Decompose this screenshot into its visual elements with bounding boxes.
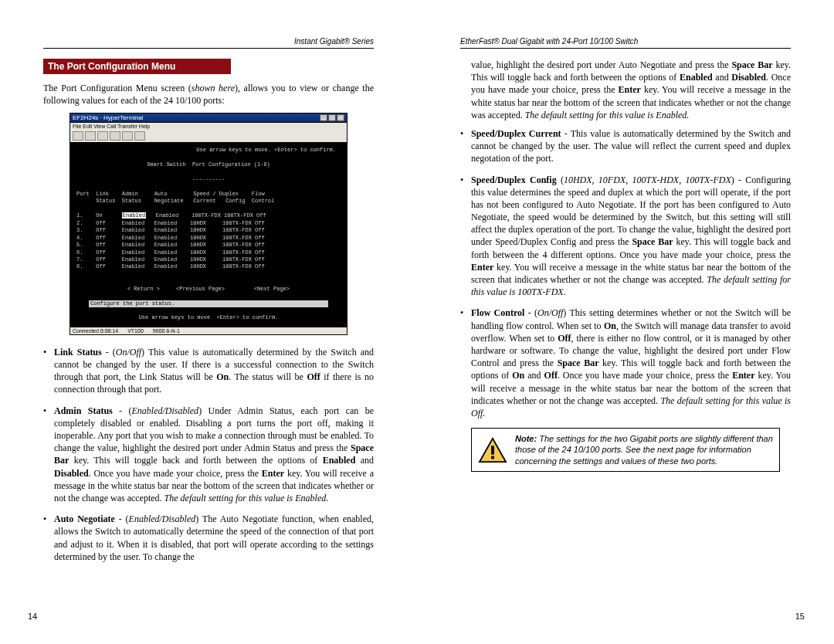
terminal-screen-title: Smart Switch Port Configuration (1-8) bbox=[76, 161, 341, 168]
left-page: Instant Gigabit® Series bbox=[0, 0, 417, 57]
bullet-opts: 10HDX, 10FDX, 100TX-HDX, 100TX-FDX bbox=[564, 175, 731, 185]
page-number-right: 15 bbox=[795, 612, 805, 621]
bullet-label: Admin Status bbox=[54, 405, 113, 416]
terminal-statusbar: Connected 0:08:14 VT100 9600 8-N-1 bbox=[70, 327, 348, 335]
page-number-left: 14 bbox=[28, 612, 37, 621]
terminal-hint-bottom: Use arrow keys to move <Enter> to confir… bbox=[76, 314, 341, 321]
terminal-hint-top: Use arrow keys to move. <Enter> to confi… bbox=[76, 147, 341, 154]
terminal-toolbar bbox=[70, 130, 348, 142]
bullet-label: Auto Negotiate bbox=[54, 514, 115, 524]
terminal-screenshot: EF2H24s · HyperTerminal _ □ × File Edit … bbox=[70, 113, 348, 335]
bullet-opts: On/Off bbox=[116, 347, 141, 358]
table-row: 2. Off Enabled Enabled 10HDX 100TX-FDX O… bbox=[76, 220, 265, 226]
bullet-label: Link Status bbox=[54, 347, 102, 358]
table-row: 4. Off Enabled Enabled 10HDX 100TX-FDX O… bbox=[76, 235, 265, 241]
svg-rect-1 bbox=[491, 446, 494, 454]
bold-word: Enter bbox=[471, 262, 493, 273]
note-text: Note: The settings for the two Gigabit p… bbox=[515, 433, 773, 466]
series-header-left: Instant Gigabit® Series bbox=[294, 37, 374, 46]
bold-word: On bbox=[216, 371, 229, 382]
bullet-text: and bbox=[524, 370, 544, 381]
bullet-label: Speed/Duplex Current bbox=[471, 128, 561, 139]
bullet-label: Flow Control bbox=[471, 307, 524, 318]
bullet-link-status: Link Status - (On/Off) This value is aut… bbox=[54, 346, 374, 396]
bold-word: Space Bar bbox=[558, 358, 599, 368]
bold-word: On bbox=[512, 370, 524, 381]
table-row: 3. Off Enabled Enabled 10HDX 100TX-FDX O… bbox=[76, 227, 265, 233]
bold-word: Off bbox=[558, 333, 571, 344]
left-bullets: Link Status - (On/Off) This value is aut… bbox=[43, 346, 374, 563]
header-rule-left bbox=[43, 48, 374, 49]
svg-rect-2 bbox=[491, 456, 494, 459]
minimize-icon: _ bbox=[320, 114, 327, 121]
table-row: 1. On bbox=[76, 212, 122, 219]
table-row: 5. Off Enabled Enabled 10HDX 100TX-FDX O… bbox=[76, 242, 265, 248]
terminal-headers: Port Link Admin Auto Speed / Duplex Flow… bbox=[76, 191, 274, 204]
table-row: 7. Off Enabled Enabled 10HDX 100TX-FDX O… bbox=[76, 256, 265, 263]
bold-word: Space Bar bbox=[731, 59, 772, 70]
toolbar-btn bbox=[122, 131, 133, 141]
bold-word: Disabled bbox=[731, 72, 766, 83]
series-header-right: EtherFast® Dual Gigabit with 24-Port 10/… bbox=[460, 37, 638, 46]
bullet-speed-duplex-config: Speed/Duplex Config (10HDX, 10FDX, 100TX… bbox=[471, 174, 791, 299]
toolbar-btn bbox=[134, 131, 145, 141]
terminal-cfg-line: Configure the port status. bbox=[89, 300, 328, 307]
terminal-title: EF2H24s · HyperTerminal bbox=[73, 114, 144, 121]
note-body: The settings for the two Gigabit ports a… bbox=[515, 434, 773, 466]
bullet-text: and bbox=[355, 455, 374, 466]
bullet-speed-duplex-current: Speed/Duplex Current - This value is aut… bbox=[471, 127, 791, 165]
bullet-text: . The status will be bbox=[229, 371, 307, 382]
default-italic: The default setting for this value is En… bbox=[164, 493, 329, 503]
bullet-text: . Once you have made your choice, press … bbox=[89, 468, 262, 479]
terminal-screen: Use arrow keys to move. <Enter> to confi… bbox=[70, 142, 348, 327]
bullet-text: key. This will toggle back and forth bet… bbox=[69, 455, 322, 466]
terminal-divider: ---------- bbox=[76, 176, 341, 183]
terminal-menubar: File Edit View Call Transfer Help bbox=[70, 123, 348, 130]
status-item: Connected 0:08:14 bbox=[73, 328, 118, 334]
right-bullets: Speed/Duplex Current - This value is aut… bbox=[460, 127, 791, 419]
bullet-admin-status: Admin Status - (Enabled/Disabled) Under … bbox=[54, 405, 374, 505]
intro-a: The Port Configuration Menu screen ( bbox=[43, 83, 192, 93]
bold-word: Enter bbox=[732, 370, 754, 381]
text: and bbox=[713, 72, 732, 83]
terminal-nav: < Return > <Previous Page> <Next Page> bbox=[76, 286, 341, 293]
toolbar-btn bbox=[73, 131, 83, 141]
table-row: 8. Off Enabled Enabled 10HDX 100TX-FDX O… bbox=[76, 263, 265, 269]
bullet-opts: On/Off bbox=[537, 307, 563, 318]
bullet-label: Speed/Duplex Config bbox=[471, 175, 557, 185]
bullet-opts: Enabled/Disabled bbox=[131, 405, 198, 416]
window-buttons: _ □ × bbox=[320, 114, 344, 121]
bold-word: Off bbox=[544, 370, 558, 381]
intro-paragraph: The Port Configuration Menu screen (show… bbox=[43, 82, 374, 107]
left-content: The Port Configuration Menu The Port Con… bbox=[0, 59, 417, 571]
bold-word: Off bbox=[307, 371, 320, 382]
note-label: Note: bbox=[515, 434, 537, 443]
bold-word: On bbox=[604, 320, 616, 331]
text: value, highlight the desired port under … bbox=[471, 59, 731, 70]
close-icon: × bbox=[337, 114, 344, 121]
toolbar-btn bbox=[85, 131, 96, 141]
bold-word: Enabled bbox=[680, 72, 713, 83]
warning-icon bbox=[478, 437, 507, 463]
table-row: Enabled 100TX-FDX 100TX-FDX Off bbox=[146, 212, 266, 219]
header-rule-right bbox=[460, 48, 791, 49]
status-item: 9600 8-N-1 bbox=[153, 328, 180, 334]
bold-word: Enabled bbox=[323, 455, 356, 466]
bullet-opts: Enabled/Disabled bbox=[129, 514, 196, 524]
bullet-auto-negotiate: Auto Negotiate - (Enabled/Disabled) The … bbox=[54, 513, 374, 563]
bold-word: Enter bbox=[262, 468, 284, 479]
table-row: 6. Off Enabled Enabled 10HDX 100TX-FDX O… bbox=[76, 249, 265, 256]
bullet-text: . Once you have made your choice, press … bbox=[558, 370, 732, 381]
right-page: EtherFast® Dual Gigabit with 24-Port 10/… bbox=[417, 0, 834, 57]
intro-b: shown here bbox=[192, 83, 235, 93]
bold-word: Disabled bbox=[54, 468, 89, 479]
status-item: VT100 bbox=[127, 328, 144, 334]
bold-word: Enter bbox=[619, 84, 641, 95]
terminal-titlebar: EF2H24s · HyperTerminal _ □ × bbox=[70, 113, 348, 123]
toolbar-btn bbox=[97, 131, 108, 141]
section-header: The Port Configuration Menu bbox=[43, 59, 231, 74]
bullet-flow-control: Flow Control - (On/Off) This setting det… bbox=[471, 307, 791, 419]
note-box: Note: The settings for the two Gigabit p… bbox=[471, 428, 780, 472]
toolbar-btn bbox=[110, 131, 120, 141]
continuation-paragraph: value, highlight the desired port under … bbox=[460, 59, 791, 121]
